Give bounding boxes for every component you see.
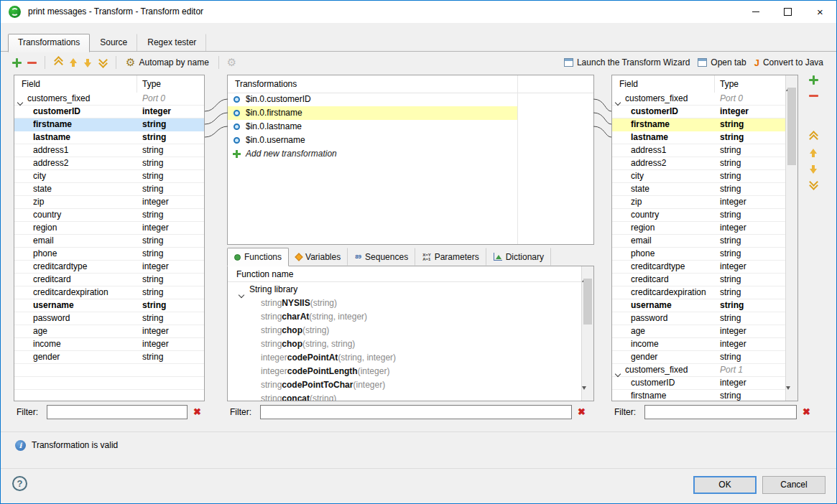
- field-row[interactable]: countrystring: [14, 209, 204, 222]
- field-row[interactable]: firstnamestring: [14, 118, 204, 131]
- function-item[interactable]: stringcharAt(string, integer): [228, 310, 582, 324]
- field-row[interactable]: lastnamestring: [14, 131, 204, 144]
- scrollbar-thumb[interactable]: [787, 88, 796, 165]
- move-bottom-icon[interactable]: [98, 58, 108, 67]
- automap-by-name-button[interactable]: Automap by name: [124, 55, 211, 70]
- field-row[interactable]: incomeinteger: [612, 338, 786, 351]
- field-row[interactable]: statestring: [612, 183, 786, 196]
- tab-parameters[interactable]: X=YA=1 Parameters: [415, 248, 486, 266]
- clear-filter-icon[interactable]: ✖: [193, 406, 201, 418]
- field-row[interactable]: regioninteger: [612, 222, 786, 235]
- field-row[interactable]: firstnamestring: [612, 118, 786, 131]
- field-row[interactable]: creditcardexpirationstring: [14, 286, 204, 299]
- field-row[interactable]: citystring: [612, 170, 786, 183]
- field-row[interactable]: creditcardtypeinteger: [14, 261, 204, 274]
- field-row[interactable]: phonestring: [14, 248, 204, 261]
- move-top-icon[interactable]: [808, 132, 818, 142]
- field-row[interactable]: usernamestring: [612, 299, 786, 312]
- field-row[interactable]: emailstring: [14, 235, 204, 248]
- field-row[interactable]: customers_fixedPort 0: [14, 93, 204, 106]
- field-row[interactable]: address1string: [612, 144, 786, 157]
- field-row[interactable]: regioninteger: [14, 222, 204, 235]
- field-row[interactable]: usernamestring: [14, 299, 204, 312]
- open-tab-button[interactable]: Open tab: [696, 56, 747, 69]
- tab-transformations[interactable]: Transformations: [8, 34, 90, 52]
- tab-variables[interactable]: Variables: [289, 248, 348, 266]
- move-down-icon[interactable]: [83, 58, 92, 67]
- scroll-down-button[interactable]: [786, 390, 797, 401]
- move-up-icon[interactable]: [69, 58, 78, 67]
- function-item[interactable]: integercodePointAt(string, integer): [228, 351, 582, 365]
- remove-field-icon[interactable]: [27, 58, 37, 67]
- scroll-up-button[interactable]: [582, 266, 593, 277]
- field-row[interactable]: customerIDinteger: [612, 106, 786, 118]
- field-row[interactable]: genderstring: [612, 351, 786, 364]
- field-row[interactable]: statestring: [14, 183, 204, 196]
- field-row[interactable]: zipinteger: [612, 196, 786, 209]
- minimize-button[interactable]: [739, 1, 772, 23]
- transformation-item[interactable]: $in.0.firstname: [228, 106, 517, 120]
- field-row[interactable]: zipinteger: [14, 196, 204, 209]
- field-row[interactable]: creditcardstring: [14, 274, 204, 286]
- field-row[interactable]: lastnamestring: [612, 131, 786, 144]
- tab-source[interactable]: Source: [90, 34, 137, 52]
- field-row[interactable]: ageinteger: [14, 325, 204, 338]
- field-row[interactable]: customers_fixedPort 1: [612, 364, 786, 377]
- convert-to-java-button[interactable]: J Convert to Java: [753, 56, 825, 69]
- add-field-icon[interactable]: [12, 58, 22, 67]
- function-item[interactable]: stringchop(string, string): [228, 337, 582, 351]
- function-item[interactable]: integercodePointLength(integer): [228, 365, 582, 378]
- add-new-transformation-button[interactable]: Add new transformation: [228, 147, 517, 161]
- transformation-item[interactable]: $in.0.lastname: [228, 120, 517, 134]
- field-row[interactable]: firstnamestring: [612, 390, 786, 401]
- field-row[interactable]: address2string: [14, 157, 204, 170]
- tab-regex-tester[interactable]: Regex tester: [137, 34, 206, 52]
- move-up-icon[interactable]: [809, 149, 818, 158]
- field-row[interactable]: customerIDinteger: [14, 106, 204, 118]
- tab-dictionary[interactable]: Dictionary: [486, 248, 551, 266]
- field-row[interactable]: creditcardtypeinteger: [612, 261, 786, 274]
- transformation-item[interactable]: $in.0.username: [228, 134, 517, 147]
- add-field-icon[interactable]: [809, 75, 818, 85]
- function-item[interactable]: stringcodePointToChar(integer): [228, 378, 582, 392]
- target-panel-scrollbar[interactable]: [785, 75, 797, 401]
- filter-input[interactable]: [47, 405, 188, 419]
- tab-functions[interactable]: Functions: [227, 248, 289, 266]
- functions-scrollbar[interactable]: [581, 266, 593, 401]
- function-item[interactable]: stringconcat(string): [228, 392, 582, 401]
- field-row[interactable]: passwordstring: [14, 312, 204, 325]
- tab-sequences[interactable]: 89 Sequences: [348, 248, 415, 266]
- function-group-row[interactable]: String library: [228, 282, 582, 297]
- field-row[interactable]: customers_fixedPort 0: [612, 93, 786, 106]
- field-row[interactable]: customerIDinteger: [612, 377, 786, 390]
- cancel-button[interactable]: Cancel: [762, 476, 826, 494]
- remove-field-icon[interactable]: [809, 91, 818, 101]
- filter-input[interactable]: [644, 405, 797, 419]
- field-row[interactable]: creditcardexpirationstring: [612, 286, 786, 299]
- maximize-button[interactable]: [772, 1, 804, 23]
- field-row[interactable]: passwordstring: [612, 312, 786, 325]
- move-top-icon[interactable]: [53, 57, 63, 67]
- clear-filter-icon[interactable]: ✖: [803, 406, 810, 418]
- field-row[interactable]: countrystring: [612, 209, 786, 222]
- move-bottom-icon[interactable]: [808, 180, 818, 189]
- scroll-up-button[interactable]: [786, 75, 797, 86]
- field-row[interactable]: ageinteger: [612, 325, 786, 338]
- help-button[interactable]: ?: [12, 476, 27, 491]
- launch-wizard-button[interactable]: Launch the Transform Wizard: [563, 56, 691, 69]
- field-row[interactable]: creditcardstring: [612, 274, 786, 286]
- move-down-icon[interactable]: [809, 164, 818, 174]
- close-button[interactable]: ×: [804, 1, 836, 23]
- scroll-down-button[interactable]: [582, 390, 593, 401]
- field-row[interactable]: incomeinteger: [14, 338, 204, 351]
- transformation-item[interactable]: $in.0.customerID: [228, 93, 517, 106]
- ok-button[interactable]: OK: [693, 476, 757, 494]
- field-row[interactable]: genderstring: [14, 351, 204, 364]
- field-row[interactable]: address1string: [14, 144, 204, 157]
- filter-input[interactable]: [260, 405, 572, 419]
- function-item[interactable]: stringchop(string): [228, 324, 582, 337]
- field-row[interactable]: phonestring: [612, 248, 786, 261]
- function-item[interactable]: stringNYSIIS(string): [228, 297, 582, 310]
- field-row[interactable]: address2string: [612, 157, 786, 170]
- clear-filter-icon[interactable]: ✖: [578, 406, 586, 418]
